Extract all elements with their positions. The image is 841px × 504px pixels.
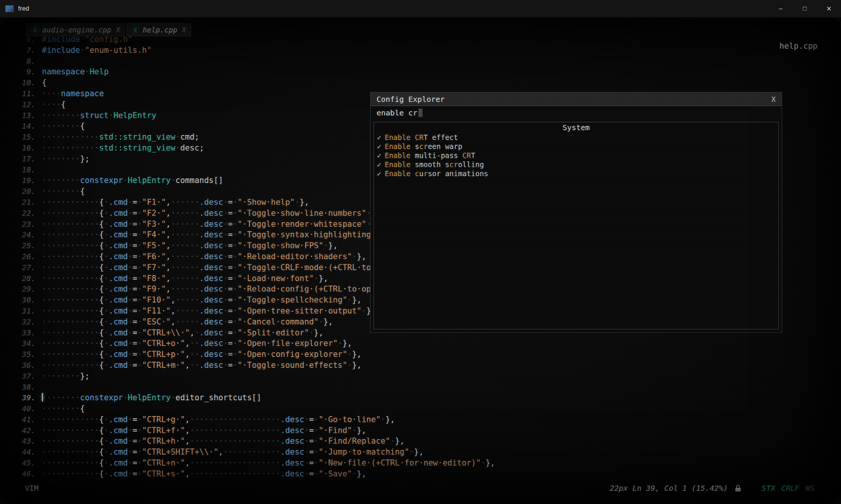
code-text: ············{·.cmd·=·"CTRL+o·",··.desc·=… — [42, 338, 352, 349]
code-text: ············{·.cmd·=·"CTRL+m·",··.desc·=… — [42, 360, 361, 371]
config-item[interactable]: ✓Enable CRT effect — [374, 133, 778, 142]
line-number: 11. — [14, 88, 42, 99]
config-item-label: Enable smooth scrolling — [384, 160, 484, 169]
status-flag-stx: STX — [762, 484, 775, 493]
code-text: ············{·.cmd·=·"ESC·",·····.desc·=… — [42, 317, 333, 327]
checkbox-checked-icon[interactable]: ✓ — [377, 160, 381, 169]
line-number: 18. — [14, 164, 42, 175]
line-number: 38. — [14, 382, 42, 393]
code-text: ········}; — [42, 371, 89, 382]
line-number: 25. — [14, 240, 42, 251]
config-item[interactable]: ✓Enable multi-pass CRT — [374, 151, 778, 160]
config-item[interactable]: ✓Enable smooth scrolling — [374, 160, 778, 169]
line-number: 10. — [14, 77, 42, 88]
config-list-box: System ✓Enable CRT effect✓Enable screen … — [374, 122, 779, 329]
line-number: 13. — [14, 110, 42, 121]
config-explorer-title: Config Explorer — [377, 95, 445, 104]
code-text: ············{·.cmd·=·"CTRL+h·",·········… — [42, 436, 404, 447]
status-flag-ws: WS — [806, 484, 815, 493]
close-button[interactable]: ✕ — [817, 0, 841, 17]
config-item-list: ✓Enable CRT effect✓Enable screen warp✓En… — [374, 133, 778, 178]
line-number: 14. — [14, 121, 42, 132]
code-line[interactable]: 42.············{·.cmd·=·"CTRL+f·",······… — [14, 425, 830, 436]
code-line[interactable]: 40.········{ — [14, 403, 830, 414]
maximize-button[interactable]: □ — [793, 0, 817, 17]
line-number: 43. — [14, 436, 42, 447]
code-text: ············{·.cmd·=·"F8·",······.desc·=… — [42, 273, 328, 284]
config-item[interactable]: ✓Enable screen warp — [374, 142, 778, 151]
line-number: 27. — [14, 262, 42, 273]
code-line[interactable]: 43.············{·.cmd·=·"CTRL+h·",······… — [14, 436, 830, 447]
line-number: 21. — [14, 197, 42, 208]
code-line[interactable]: 10.{ — [14, 77, 830, 88]
tab-close-icon[interactable]: X — [116, 26, 120, 34]
tab-bar: Caudio-engine.cppXChelp.cppX — [26, 23, 191, 36]
code-line[interactable]: 39.········constexpr·HelpEntry·editor_sh… — [14, 392, 830, 403]
window-titlebar: fred – □ ✕ — [0, 0, 841, 17]
code-line[interactable]: 46.············{·.cmd·=·"CTRL+s·",······… — [14, 469, 830, 479]
code-line[interactable]: 41.············{·.cmd·=·"CTRL+g·",······… — [14, 414, 830, 425]
line-number: 34. — [14, 338, 42, 349]
code-text: ············{·.cmd·=·"CTRL+SHIFT+\\·",··… — [42, 447, 424, 458]
tab-close-icon[interactable]: X — [182, 26, 186, 34]
tab-audio-engine-cpp[interactable]: Caudio-engine.cppX — [26, 23, 125, 36]
config-item[interactable]: ✓Enable cursor animations — [374, 169, 778, 178]
code-text: ········constexpr·HelpEntry·editor_short… — [42, 392, 261, 403]
tab-help-cpp[interactable]: Chelp.cppX — [127, 23, 191, 36]
code-line[interactable]: 35.············{·.cmd·=·"CTRL+p·",··.des… — [14, 349, 830, 360]
line-number: 40. — [14, 403, 42, 414]
code-line[interactable]: 45.············{·.cmd·=·"CTRL+n·",······… — [14, 458, 830, 469]
line-number: 26. — [14, 251, 42, 262]
config-section-header: System — [374, 122, 778, 133]
code-line[interactable]: 38. — [14, 382, 830, 393]
line-number: 45. — [14, 458, 42, 469]
checkbox-checked-icon[interactable]: ✓ — [377, 151, 381, 160]
line-number: 35. — [14, 349, 42, 360]
line-number: 31. — [14, 306, 42, 317]
line-number: 36. — [14, 360, 42, 371]
checkbox-checked-icon[interactable]: ✓ — [377, 142, 381, 151]
line-number: 19. — [14, 175, 42, 186]
code-text: ····namespace — [42, 88, 104, 99]
code-text: ············{·.cmd·=·"CTRL+n·",·········… — [42, 458, 495, 469]
code-line[interactable]: 7.#include·"enum-utils.h" — [14, 45, 830, 56]
code-text: ········{ — [42, 186, 85, 197]
code-text: ····{ — [42, 99, 66, 110]
line-number: 37. — [14, 371, 42, 382]
config-explorer-titlebar: Config Explorer X — [371, 92, 782, 106]
app-icon — [5, 5, 14, 12]
line-number: 42. — [14, 425, 42, 436]
checkbox-checked-icon[interactable]: ✓ — [377, 133, 381, 141]
code-text: namespace·Help — [42, 66, 109, 77]
code-text: { — [42, 77, 47, 88]
code-text: ············{·.cmd·=·"CTRL+s·",·········… — [42, 469, 366, 479]
config-item-label: Enable screen warp — [384, 142, 462, 151]
code-line[interactable]: 8. — [14, 56, 830, 67]
line-number: 16. — [14, 143, 42, 154]
line-number: 23. — [14, 219, 42, 230]
config-search-input[interactable]: enable cr — [371, 106, 782, 119]
filename-overlay: help.cpp — [780, 41, 818, 51]
code-text: ········}; — [42, 154, 89, 164]
cursor-position-info: 22px Ln 39, Col 1 (15.42%) — [610, 484, 728, 493]
line-number: 7. — [14, 45, 42, 56]
code-line[interactable]: 34.············{·.cmd·=·"CTRL+o·",··.des… — [14, 338, 830, 349]
code-line[interactable]: 44.············{·.cmd·=·"CTRL+SHIFT+\\·"… — [14, 447, 830, 458]
line-number: 39. — [14, 392, 42, 403]
code-line[interactable]: 36.············{·.cmd·=·"CTRL+m·",··.des… — [14, 360, 830, 371]
line-number: 22. — [14, 208, 42, 219]
code-text: ············{·.cmd·=·"F2·",······.desc·=… — [42, 208, 381, 219]
status-bar: VIM 22px Ln 39, Col 1 (15.42%) STXCRLFWS — [0, 482, 841, 495]
line-number: 33. — [14, 327, 42, 338]
code-text: ············{·.cmd·=·"F10·",·····.desc·=… — [42, 295, 361, 306]
line-number: 28. — [14, 273, 42, 284]
checkbox-checked-icon[interactable]: ✓ — [377, 169, 381, 178]
config-explorer-dialog: Config Explorer X enable cr System ✓Enab… — [370, 92, 782, 333]
status-flags: STXCRLFWS — [762, 484, 815, 493]
line-number: 24. — [14, 229, 42, 240]
dialog-close-icon[interactable]: X — [772, 95, 776, 103]
code-line[interactable]: 9.namespace·Help — [14, 66, 830, 77]
cpp-file-icon: C — [132, 26, 139, 34]
code-line[interactable]: 37.········}; — [14, 371, 830, 382]
minimize-button[interactable]: – — [769, 0, 793, 17]
